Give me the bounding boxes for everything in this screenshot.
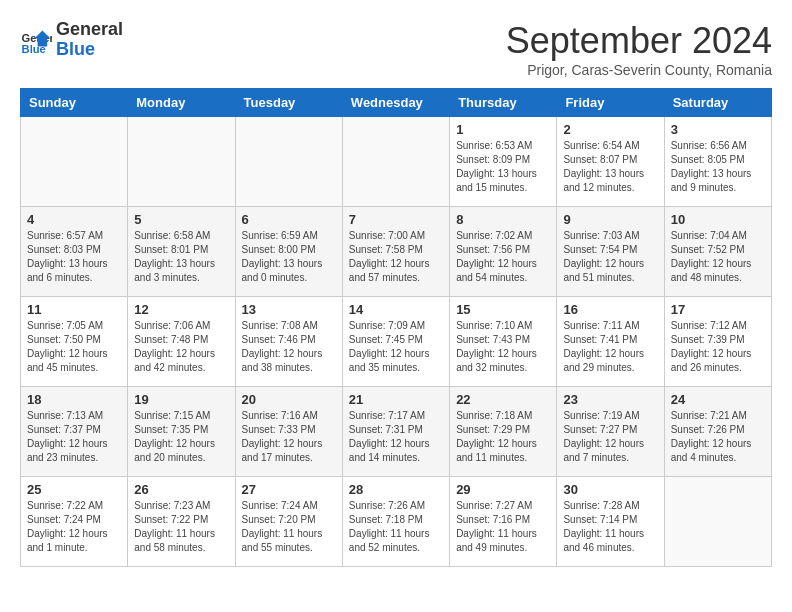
column-header-saturday: Saturday bbox=[664, 89, 771, 117]
day-number: 18 bbox=[27, 392, 121, 407]
day-number: 17 bbox=[671, 302, 765, 317]
calendar-cell: 20 Sunrise: 7:16 AMSunset: 7:33 PMDaylig… bbox=[235, 387, 342, 477]
day-info: Sunrise: 7:13 AMSunset: 7:37 PMDaylight:… bbox=[27, 410, 108, 463]
day-number: 26 bbox=[134, 482, 228, 497]
calendar-cell: 12 Sunrise: 7:06 AMSunset: 7:48 PMDaylig… bbox=[128, 297, 235, 387]
calendar-cell: 2 Sunrise: 6:54 AMSunset: 8:07 PMDayligh… bbox=[557, 117, 664, 207]
week-row-2: 4 Sunrise: 6:57 AMSunset: 8:03 PMDayligh… bbox=[21, 207, 772, 297]
title-section: September 2024 Prigor, Caras-Severin Cou… bbox=[506, 20, 772, 78]
calendar-cell: 22 Sunrise: 7:18 AMSunset: 7:29 PMDaylig… bbox=[450, 387, 557, 477]
logo-icon: General Blue bbox=[20, 24, 52, 56]
day-number: 7 bbox=[349, 212, 443, 227]
day-info: Sunrise: 7:16 AMSunset: 7:33 PMDaylight:… bbox=[242, 410, 323, 463]
day-info: Sunrise: 7:27 AMSunset: 7:16 PMDaylight:… bbox=[456, 500, 537, 553]
calendar-cell bbox=[21, 117, 128, 207]
day-number: 4 bbox=[27, 212, 121, 227]
day-info: Sunrise: 7:05 AMSunset: 7:50 PMDaylight:… bbox=[27, 320, 108, 373]
calendar-cell: 11 Sunrise: 7:05 AMSunset: 7:50 PMDaylig… bbox=[21, 297, 128, 387]
day-number: 29 bbox=[456, 482, 550, 497]
calendar-cell: 24 Sunrise: 7:21 AMSunset: 7:26 PMDaylig… bbox=[664, 387, 771, 477]
calendar-cell: 13 Sunrise: 7:08 AMSunset: 7:46 PMDaylig… bbox=[235, 297, 342, 387]
day-number: 28 bbox=[349, 482, 443, 497]
day-number: 11 bbox=[27, 302, 121, 317]
day-info: Sunrise: 7:12 AMSunset: 7:39 PMDaylight:… bbox=[671, 320, 752, 373]
day-number: 8 bbox=[456, 212, 550, 227]
day-number: 6 bbox=[242, 212, 336, 227]
day-number: 9 bbox=[563, 212, 657, 227]
calendar-table: SundayMondayTuesdayWednesdayThursdayFrid… bbox=[20, 88, 772, 567]
calendar-cell: 16 Sunrise: 7:11 AMSunset: 7:41 PMDaylig… bbox=[557, 297, 664, 387]
calendar-cell: 4 Sunrise: 6:57 AMSunset: 8:03 PMDayligh… bbox=[21, 207, 128, 297]
column-header-wednesday: Wednesday bbox=[342, 89, 449, 117]
day-number: 13 bbox=[242, 302, 336, 317]
week-row-1: 1 Sunrise: 6:53 AMSunset: 8:09 PMDayligh… bbox=[21, 117, 772, 207]
week-row-3: 11 Sunrise: 7:05 AMSunset: 7:50 PMDaylig… bbox=[21, 297, 772, 387]
day-number: 5 bbox=[134, 212, 228, 227]
day-number: 14 bbox=[349, 302, 443, 317]
day-info: Sunrise: 7:09 AMSunset: 7:45 PMDaylight:… bbox=[349, 320, 430, 373]
calendar-cell bbox=[664, 477, 771, 567]
day-info: Sunrise: 6:53 AMSunset: 8:09 PMDaylight:… bbox=[456, 140, 537, 193]
day-number: 19 bbox=[134, 392, 228, 407]
calendar-cell: 19 Sunrise: 7:15 AMSunset: 7:35 PMDaylig… bbox=[128, 387, 235, 477]
day-info: Sunrise: 7:03 AMSunset: 7:54 PMDaylight:… bbox=[563, 230, 644, 283]
calendar-cell: 1 Sunrise: 6:53 AMSunset: 8:09 PMDayligh… bbox=[450, 117, 557, 207]
calendar-cell: 27 Sunrise: 7:24 AMSunset: 7:20 PMDaylig… bbox=[235, 477, 342, 567]
column-header-sunday: Sunday bbox=[21, 89, 128, 117]
day-info: Sunrise: 7:06 AMSunset: 7:48 PMDaylight:… bbox=[134, 320, 215, 373]
day-info: Sunrise: 7:15 AMSunset: 7:35 PMDaylight:… bbox=[134, 410, 215, 463]
day-info: Sunrise: 6:57 AMSunset: 8:03 PMDaylight:… bbox=[27, 230, 108, 283]
day-number: 22 bbox=[456, 392, 550, 407]
calendar-cell: 30 Sunrise: 7:28 AMSunset: 7:14 PMDaylig… bbox=[557, 477, 664, 567]
day-info: Sunrise: 7:22 AMSunset: 7:24 PMDaylight:… bbox=[27, 500, 108, 553]
day-info: Sunrise: 6:54 AMSunset: 8:07 PMDaylight:… bbox=[563, 140, 644, 193]
calendar-cell: 15 Sunrise: 7:10 AMSunset: 7:43 PMDaylig… bbox=[450, 297, 557, 387]
day-number: 16 bbox=[563, 302, 657, 317]
calendar-cell: 26 Sunrise: 7:23 AMSunset: 7:22 PMDaylig… bbox=[128, 477, 235, 567]
day-info: Sunrise: 7:02 AMSunset: 7:56 PMDaylight:… bbox=[456, 230, 537, 283]
day-number: 24 bbox=[671, 392, 765, 407]
day-number: 2 bbox=[563, 122, 657, 137]
calendar-cell bbox=[342, 117, 449, 207]
calendar-cell: 29 Sunrise: 7:27 AMSunset: 7:16 PMDaylig… bbox=[450, 477, 557, 567]
calendar-cell bbox=[235, 117, 342, 207]
day-number: 23 bbox=[563, 392, 657, 407]
calendar-cell: 14 Sunrise: 7:09 AMSunset: 7:45 PMDaylig… bbox=[342, 297, 449, 387]
calendar-cell: 18 Sunrise: 7:13 AMSunset: 7:37 PMDaylig… bbox=[21, 387, 128, 477]
column-header-tuesday: Tuesday bbox=[235, 89, 342, 117]
column-header-friday: Friday bbox=[557, 89, 664, 117]
calendar-cell: 5 Sunrise: 6:58 AMSunset: 8:01 PMDayligh… bbox=[128, 207, 235, 297]
day-number: 30 bbox=[563, 482, 657, 497]
day-number: 15 bbox=[456, 302, 550, 317]
calendar-cell: 8 Sunrise: 7:02 AMSunset: 7:56 PMDayligh… bbox=[450, 207, 557, 297]
day-info: Sunrise: 7:17 AMSunset: 7:31 PMDaylight:… bbox=[349, 410, 430, 463]
day-number: 12 bbox=[134, 302, 228, 317]
calendar-cell: 28 Sunrise: 7:26 AMSunset: 7:18 PMDaylig… bbox=[342, 477, 449, 567]
day-number: 1 bbox=[456, 122, 550, 137]
calendar-cell: 23 Sunrise: 7:19 AMSunset: 7:27 PMDaylig… bbox=[557, 387, 664, 477]
calendar-cell bbox=[128, 117, 235, 207]
calendar-cell: 3 Sunrise: 6:56 AMSunset: 8:05 PMDayligh… bbox=[664, 117, 771, 207]
calendar-cell: 10 Sunrise: 7:04 AMSunset: 7:52 PMDaylig… bbox=[664, 207, 771, 297]
day-info: Sunrise: 7:04 AMSunset: 7:52 PMDaylight:… bbox=[671, 230, 752, 283]
day-info: Sunrise: 7:11 AMSunset: 7:41 PMDaylight:… bbox=[563, 320, 644, 373]
day-info: Sunrise: 6:58 AMSunset: 8:01 PMDaylight:… bbox=[134, 230, 215, 283]
calendar-cell: 25 Sunrise: 7:22 AMSunset: 7:24 PMDaylig… bbox=[21, 477, 128, 567]
day-number: 10 bbox=[671, 212, 765, 227]
day-number: 27 bbox=[242, 482, 336, 497]
location-subtitle: Prigor, Caras-Severin County, Romania bbox=[506, 62, 772, 78]
logo: General Blue General Blue bbox=[20, 20, 123, 60]
day-number: 21 bbox=[349, 392, 443, 407]
page-header: General Blue General Blue September 2024… bbox=[20, 20, 772, 78]
day-number: 3 bbox=[671, 122, 765, 137]
day-number: 20 bbox=[242, 392, 336, 407]
calendar-cell: 9 Sunrise: 7:03 AMSunset: 7:54 PMDayligh… bbox=[557, 207, 664, 297]
calendar-cell: 21 Sunrise: 7:17 AMSunset: 7:31 PMDaylig… bbox=[342, 387, 449, 477]
week-row-5: 25 Sunrise: 7:22 AMSunset: 7:24 PMDaylig… bbox=[21, 477, 772, 567]
day-info: Sunrise: 6:59 AMSunset: 8:00 PMDaylight:… bbox=[242, 230, 323, 283]
day-info: Sunrise: 7:10 AMSunset: 7:43 PMDaylight:… bbox=[456, 320, 537, 373]
calendar-cell: 7 Sunrise: 7:00 AMSunset: 7:58 PMDayligh… bbox=[342, 207, 449, 297]
day-info: Sunrise: 7:23 AMSunset: 7:22 PMDaylight:… bbox=[134, 500, 215, 553]
logo-text: General Blue bbox=[56, 20, 123, 60]
day-info: Sunrise: 6:56 AMSunset: 8:05 PMDaylight:… bbox=[671, 140, 752, 193]
